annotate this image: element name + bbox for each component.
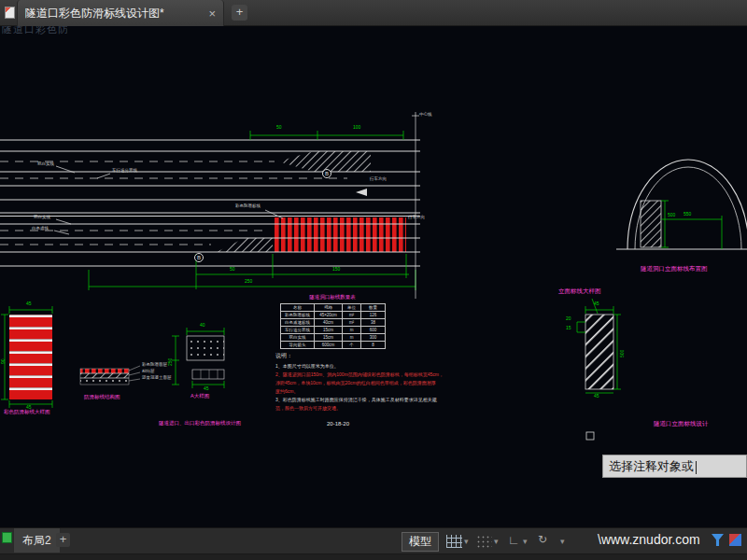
new-layout-button[interactable]: + [56, 533, 70, 547]
dim-label: 45 [594, 394, 599, 399]
note-line: 净距45cm，单块10cm，标线由宽20cm的红白相间色带组成，彩色防滑面层厚 [275, 379, 453, 387]
road-label: 双白实线 [34, 216, 50, 220]
table-cell: 个 [343, 342, 361, 349]
road-lower [0, 210, 420, 266]
centerline-label: 中心线 [419, 113, 432, 118]
command-prompt[interactable]: 选择注释对象或 [602, 455, 747, 478]
layout-tab[interactable]: 布局2 [13, 528, 61, 553]
table-cell: 600cm [315, 342, 343, 349]
notes-block: 说明： 1、本图尺寸均以厘米为单位。 2、隧道进洞口前150m、洞内100m范围… [275, 352, 453, 413]
chevron-down-icon[interactable]: ▾ [494, 537, 499, 546]
road-upper [0, 140, 420, 200]
layout-tab-label: 布局2 [22, 534, 51, 547]
table-cell: 白色减速标线 [281, 319, 315, 327]
chevron-down-icon[interactable]: ▾ [523, 537, 528, 546]
table-cell: 导向箭头 [281, 342, 315, 349]
polar-tracking-icon[interactable]: ↻ [538, 533, 547, 546]
dim-label: 50 [230, 267, 235, 272]
legend-square [586, 432, 594, 440]
table-cell: 车行道分界线 [281, 327, 315, 334]
pavement-structure-detail [80, 366, 140, 385]
portal-caption: 隧道洞口立面标线布置图 [641, 266, 708, 273]
watermark: \www.znudor.com [598, 532, 700, 547]
note-line: 2、隧道进洞口前150m、洞内100m范围内铺设彩色防滑标线，每组标线宽45cm… [275, 371, 453, 379]
model-space-button[interactable]: 模型 [402, 532, 439, 552]
table-cell: m [343, 334, 361, 342]
customization-icon[interactable] [729, 534, 741, 546]
table-header: 名称 [281, 304, 315, 312]
table-cell: m² [343, 319, 361, 327]
drawing-file-icon [5, 7, 15, 19]
table-cell: 15cm [315, 327, 343, 334]
dim-label: 100 [353, 125, 360, 130]
chevron-down-icon[interactable]: ▾ [560, 537, 565, 546]
note-line: 度约6cm。 [275, 387, 453, 396]
tunnel-portal [616, 160, 747, 249]
snap-mode-icon[interactable] [476, 535, 492, 548]
road-upper-dims [250, 131, 403, 140]
chevron-down-icon[interactable]: ▾ [464, 537, 469, 546]
new-tab-button[interactable]: + [232, 5, 247, 21]
tunnel-portal-dims [661, 201, 722, 249]
dim-label: 550 [684, 212, 691, 217]
table-cell: 彩色防滑标线 [281, 312, 315, 319]
table-cell: 300 [361, 334, 386, 342]
dim-label: 50 [276, 125, 282, 130]
road-label: 白色虚线 [32, 227, 49, 231]
command-prompt-text: 选择注释对象或 [609, 459, 694, 473]
detail-caption: 防滑标线结构图 [84, 395, 120, 400]
drawing-title-caption: 隧道进口、出口彩色防滑标线设计图 [159, 421, 241, 427]
table-header: 规格 [315, 304, 343, 312]
document-tab-title: 隧道口彩色防滑标线设计图* [25, 6, 203, 21]
road-lower-dims [89, 254, 416, 290]
scale-text: 20-18-20 [327, 421, 349, 427]
document-tab[interactable]: 隧道口彩色防滑标线设计图* × [17, 0, 224, 26]
dim-label: 15 [566, 326, 571, 330]
dim-label: 250 [168, 358, 173, 366]
table-cell: m [343, 327, 361, 334]
dim-label: 20 [566, 316, 571, 321]
layer-label: 彩色防滑面层 [142, 363, 167, 368]
table-cell: m² [343, 312, 361, 319]
detail-caption: 彩色防滑标线大样图 [4, 410, 50, 415]
dim-label: 45 [594, 301, 599, 306]
table-cell: 8 [361, 342, 386, 349]
section-mark: B [194, 253, 204, 262]
text-cursor [696, 461, 697, 474]
elevation-caption: 隧道口立面标线设计 [654, 421, 709, 427]
road-label: 双白实线 [37, 162, 54, 167]
elevation-bar-detail [577, 299, 621, 393]
antiskid-block-detail [1, 306, 52, 408]
dim-label: 45 [26, 301, 32, 306]
dim-label: 500 [668, 213, 675, 217]
table-header: 数量 [361, 304, 386, 312]
filter-icon[interactable] [712, 534, 724, 546]
table-title: 隧道洞口标线数量表 [280, 295, 385, 301]
table-cell: 40cm [315, 319, 343, 327]
quantity-table: 名称 规格 单位 数量 彩色防滑标线 45×20cm m² 126 白色减速标线… [280, 303, 386, 349]
table-cell: 126 [361, 312, 386, 319]
note-line: 1、本图尺寸均以厘米为单位。 [275, 362, 453, 371]
red-antiskid-area [273, 217, 406, 252]
road-label: 行车方向 [370, 177, 387, 182]
dim-label: 90 [1, 358, 6, 364]
detail-a [172, 328, 224, 388]
note-line: 3、彩色防滑标线施工时路面应保持清洁干燥，具体施工及材料要求详见相关规 [275, 396, 453, 404]
layer-label: 沥青混凝土面层 [142, 376, 172, 381]
layer-label: 粘结层 [142, 370, 155, 374]
antiskid-area-label: 彩色防滑标线 [235, 204, 261, 209]
green-indicator [2, 532, 12, 543]
table-cell: 38 [361, 319, 386, 327]
table-cell: 600 [361, 327, 386, 334]
grid-display-icon[interactable] [446, 535, 462, 548]
drawing-canvas[interactable]: 隧道口彩色防滑 [0, 26, 747, 527]
detail-caption: A大样图 [190, 394, 209, 399]
close-icon[interactable]: × [208, 7, 216, 21]
dim-label: 40 [200, 323, 205, 328]
ortho-mode-icon[interactable]: ∟ [508, 533, 520, 547]
status-bar: 布局2 + 模型 ▾ ▾ ∟ ▾ ↻ ▾ \www.znudor.com [0, 527, 747, 560]
detail-caption: 立面标线大样图 [558, 288, 601, 295]
document-tab-bar: 隧道口彩色防滑标线设计图* × + [0, 0, 747, 26]
road-label: 车行道分界线 [112, 169, 137, 174]
notes-title: 说明： [275, 352, 453, 360]
